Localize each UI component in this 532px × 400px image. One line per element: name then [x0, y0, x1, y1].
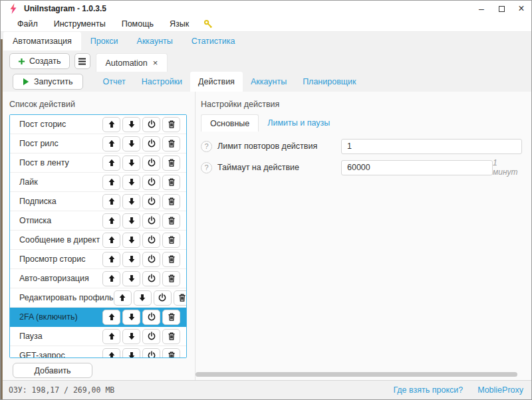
action-label: Сообщение в директ — [19, 235, 100, 245]
help-icon[interactable]: ? — [201, 162, 212, 173]
action-list-item[interactable]: 2FA (включить) — [10, 308, 186, 327]
move-up-button[interactable] — [102, 136, 120, 151]
sub-tab[interactable]: Действия — [190, 72, 243, 92]
delete-action-button[interactable] — [162, 117, 180, 132]
settings-tab[interactable]: Лимиты и паузы — [259, 114, 338, 132]
automation-document-tab[interactable]: Automation × — [96, 53, 168, 72]
maximize-button[interactable] — [491, 1, 511, 17]
delete-action-button[interactable] — [162, 348, 180, 359]
field-input[interactable] — [341, 160, 493, 175]
move-down-button[interactable] — [122, 117, 140, 132]
action-list-item[interactable]: Пост сторис — [10, 115, 186, 134]
move-up-button[interactable] — [102, 175, 120, 190]
move-down-button[interactable] — [122, 348, 140, 359]
move-up-button[interactable] — [102, 348, 120, 359]
menu-burger-button[interactable] — [74, 53, 90, 69]
delete-action-button[interactable] — [174, 290, 187, 306]
main-tab[interactable]: Прокси — [81, 32, 128, 50]
sub-tab[interactable]: Аккаунты — [243, 72, 295, 92]
toggle-enabled-button[interactable] — [154, 290, 172, 306]
toggle-enabled-button[interactable] — [142, 348, 160, 359]
toggle-enabled-button[interactable] — [142, 271, 160, 286]
move-down-button[interactable] — [122, 213, 140, 229]
status-link[interactable]: Где взять прокси? — [393, 385, 463, 395]
add-action-button[interactable]: Добавить — [13, 363, 92, 378]
close-tab-icon[interactable]: × — [153, 58, 158, 68]
delete-action-button[interactable] — [162, 175, 180, 190]
action-list-item[interactable]: Редактировать профиль — [10, 288, 186, 308]
move-down-button[interactable] — [122, 136, 140, 151]
move-down-button[interactable] — [122, 271, 140, 286]
toggle-enabled-button[interactable] — [142, 194, 160, 209]
power-icon — [147, 197, 156, 206]
main-tab[interactable]: Аккаунты — [128, 32, 182, 50]
move-down-button[interactable] — [122, 329, 140, 344]
action-list-item[interactable]: Лайк — [10, 173, 186, 192]
main-tab[interactable]: Автоматизация — [3, 32, 81, 50]
status-link[interactable]: MoblieProxy — [477, 385, 523, 395]
toggle-enabled-button[interactable] — [142, 252, 160, 267]
delete-action-button[interactable] — [162, 155, 180, 171]
move-down-button[interactable] — [122, 310, 140, 325]
toggle-enabled-button[interactable] — [142, 213, 160, 229]
delete-action-button[interactable] — [162, 252, 180, 267]
move-up-button[interactable] — [102, 117, 120, 132]
move-up-button[interactable] — [102, 194, 120, 209]
action-list-item[interactable]: Пост в ленту — [10, 153, 186, 173]
key-icon[interactable] — [203, 19, 213, 29]
menu-item-3[interactable]: Язык — [162, 19, 197, 29]
run-button[interactable]: Запустить — [13, 74, 83, 90]
move-up-button[interactable] — [102, 213, 120, 229]
sub-tab[interactable]: Настройки — [134, 72, 190, 92]
delete-action-button[interactable] — [162, 329, 180, 344]
toggle-enabled-button[interactable] — [142, 310, 160, 325]
toggle-enabled-button[interactable] — [142, 175, 160, 190]
move-up-button[interactable] — [102, 271, 120, 286]
create-button[interactable]: Создать — [9, 53, 70, 69]
move-down-button[interactable] — [122, 233, 140, 248]
move-up-button[interactable] — [114, 290, 132, 306]
action-list-item[interactable]: Пауза — [10, 327, 186, 346]
main-tab[interactable]: Статистика — [182, 32, 245, 50]
delete-action-button[interactable] — [162, 233, 180, 248]
delete-action-button[interactable] — [162, 310, 180, 325]
move-down-button[interactable] — [122, 194, 140, 209]
move-up-button[interactable] — [102, 310, 120, 325]
menu-item-2[interactable]: Помощь — [114, 19, 162, 29]
action-list-item[interactable]: Пост рилс — [10, 134, 186, 153]
field-input[interactable] — [341, 139, 522, 154]
move-down-button[interactable] — [122, 252, 140, 267]
move-down-button[interactable] — [122, 175, 140, 190]
delete-action-button[interactable] — [162, 136, 180, 151]
action-list-item[interactable]: Просмотр сторис — [10, 250, 186, 269]
toggle-enabled-button[interactable] — [142, 329, 160, 344]
move-up-button[interactable] — [102, 329, 120, 344]
action-list-item[interactable]: Сообщение в директ — [10, 231, 186, 250]
toggle-enabled-button[interactable] — [142, 233, 160, 248]
move-up-button[interactable] — [102, 233, 120, 248]
toggle-enabled-button[interactable] — [142, 155, 160, 171]
move-up-button[interactable] — [102, 252, 120, 267]
sub-tab[interactable]: Отчет — [95, 72, 134, 92]
delete-action-button[interactable] — [162, 271, 180, 286]
close-button[interactable]: × — [511, 1, 531, 17]
power-icon — [147, 351, 156, 358]
move-down-button[interactable] — [134, 290, 152, 306]
action-list-item[interactable]: GET-запрос — [10, 346, 186, 358]
delete-action-button[interactable] — [162, 213, 180, 229]
horizontal-scrollbar[interactable] — [196, 372, 517, 377]
settings-tab[interactable]: Основные — [201, 114, 259, 132]
minimize-button[interactable]: – — [471, 1, 491, 17]
menu-item-0[interactable]: Файл — [9, 19, 46, 29]
menu-item-1[interactable]: Инструменты — [46, 19, 114, 29]
action-list-item[interactable]: Подписка — [10, 192, 186, 211]
move-down-button[interactable] — [122, 155, 140, 171]
toggle-enabled-button[interactable] — [142, 136, 160, 151]
move-up-button[interactable] — [102, 155, 120, 171]
sub-tab[interactable]: Планировщик — [295, 72, 364, 92]
action-list-item[interactable]: Авто-авторизация — [10, 269, 186, 288]
help-icon[interactable]: ? — [201, 141, 212, 152]
toggle-enabled-button[interactable] — [142, 117, 160, 132]
delete-action-button[interactable] — [162, 194, 180, 209]
action-list-item[interactable]: Отписка — [10, 211, 186, 231]
